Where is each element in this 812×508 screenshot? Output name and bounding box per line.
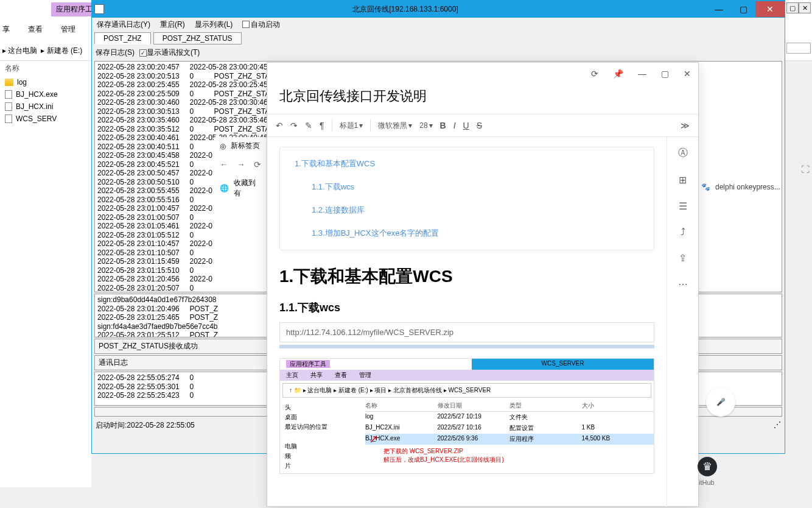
delphi-search-suggestion[interactable]: 🐾 delphi onkeypress... xyxy=(701,183,780,191)
reload-icon[interactable]: ⟳ xyxy=(254,160,261,169)
bg-address-right[interactable] xyxy=(786,43,811,54)
toc-item[interactable]: 1.下载和基本配置WCS xyxy=(280,152,654,175)
bg-close-button[interactable]: ✕ xyxy=(799,2,811,13)
explorer-tab[interactable]: 应用程序工 xyxy=(51,2,97,16)
heading-select[interactable]: 标题1 ▾ xyxy=(340,121,363,131)
separator xyxy=(332,119,332,132)
redo-icon[interactable]: ↷ xyxy=(290,121,298,130)
col-date: 修改日期 xyxy=(438,401,510,410)
forward-icon[interactable]: → xyxy=(237,160,245,169)
list-item[interactable]: BJ_HCX.ini xyxy=(0,101,91,113)
embed-header-row: 名称 修改日期 类型 大小 xyxy=(365,400,654,412)
breadcrumb[interactable]: ▸ 这台电脑 ▸ 新建卷 (E:) xyxy=(2,46,82,56)
toc-item[interactable]: 1.1.下载wcs xyxy=(280,175,654,199)
toolbar-manage[interactable]: 管理 xyxy=(61,24,75,35)
new-tab-item[interactable]: ◎新标签页 xyxy=(214,137,267,155)
save-log-button[interactable]: 保存日志(S) xyxy=(96,48,135,58)
voice-search-button[interactable]: 🎤 xyxy=(706,387,735,417)
zip-icon xyxy=(5,115,12,123)
toc-item[interactable]: 1.3.增加BJ_HCX这个exe名字的配置 xyxy=(280,222,654,245)
list-item[interactable]: BJ_HCX.exe xyxy=(0,88,91,101)
heading-1: 1.下载和基本配置WCS xyxy=(279,265,654,288)
bookmark-item[interactable]: 🌐收藏到有 xyxy=(214,174,267,202)
column-name[interactable]: 名称 xyxy=(0,61,91,76)
back-icon[interactable]: ← xyxy=(220,160,228,169)
add-block-icon[interactable]: ⊞ xyxy=(679,174,687,186)
resize-grip-icon[interactable]: ⋰ xyxy=(774,420,781,431)
col-type: 类型 xyxy=(509,401,582,410)
doc-content[interactable]: 1.下载和基本配置WCS 1.1.下载wcs 1.2.连接数据库 1.3.增加B… xyxy=(267,137,667,507)
chevron-down-icon: ▾ xyxy=(408,121,412,130)
menu-show-list[interactable]: 显示列表(L) xyxy=(195,19,233,30)
embed-file-list: 名称 修改日期 类型 大小 log2022/5/27 10:19文件夹BJ_HC… xyxy=(365,400,654,473)
annotation: ↗ 把下载的 WCS_SERVER.ZIP 解压后，改成BJ_HCX.EXE(北… xyxy=(365,445,654,467)
doc-window: ⟳ 📌 — ▢ ✕ 北京回传线接口开发说明 ↶ ↷ ✎ ¶ 标题1 ▾ 微软雅黑… xyxy=(267,62,699,507)
log-options: 保存日志(S) ✓显示通讯报文(T) xyxy=(92,46,785,60)
col-name: 名称 xyxy=(365,401,438,410)
pin-icon[interactable]: 📌 xyxy=(613,69,623,79)
list-item[interactable]: log xyxy=(0,76,91,88)
tab-post-zhz-status[interactable]: POST_ZHZ_STATUS xyxy=(153,32,242,44)
chrome-icon: ◎ xyxy=(220,142,226,150)
embed-file-row: log2022/5/27 10:19文件夹 xyxy=(365,412,654,423)
font-panel-icon[interactable]: Ⓐ xyxy=(678,147,688,160)
embed-nav-item: 最近访问的位置 xyxy=(285,422,360,432)
maximize-button[interactable]: ▢ xyxy=(731,1,755,17)
doc-close-button[interactable]: ✕ xyxy=(684,69,691,79)
undo-icon[interactable]: ↶ xyxy=(276,121,283,130)
embed-tb-item: 管理 xyxy=(359,371,371,379)
toc-item[interactable]: 1.2.连接数据库 xyxy=(280,199,654,222)
menubar: 保存通讯日志(Y) 重启(R) 显示列表(L) 自动启动 xyxy=(92,18,785,31)
font-select[interactable]: 微软雅黑 ▾ xyxy=(378,121,412,131)
bg-maximize-button[interactable]: ▢ xyxy=(786,2,799,13)
more-icon[interactable]: ≫ xyxy=(681,121,690,130)
format-icon[interactable]: ¶ xyxy=(320,121,324,130)
chevron-down-icon: ▾ xyxy=(429,121,433,130)
brush-icon[interactable]: ✎ xyxy=(305,121,312,130)
doc-sidebar: Ⓐ ⊞ ☰ ⤴ ⇪ ⋯ xyxy=(667,137,698,507)
auto-start-checkbox[interactable] xyxy=(242,21,250,28)
toolbar-share[interactable]: 享 xyxy=(2,24,10,35)
export-icon[interactable]: ⇪ xyxy=(679,252,687,264)
minimize-button[interactable]: — xyxy=(707,1,731,17)
github-shortcut[interactable]: ♛ xyxy=(698,457,717,476)
doc-minimize-button[interactable]: — xyxy=(638,69,646,79)
embed-tb-item: 主页 xyxy=(286,371,298,379)
explorer-toolbar: 享 查看 管理 xyxy=(0,24,91,35)
breadcrumb-drive[interactable]: ▸ 新建卷 (E:) xyxy=(41,46,82,56)
embed-nav-item xyxy=(285,432,360,442)
embedded-screenshot: 应用程序工具WCS_SERVER 主页 共享 查看 管理 ↑ 📁 ▸ 这台电脑 … xyxy=(279,358,654,474)
underline-button[interactable]: U xyxy=(463,121,469,130)
suggestion-text: delphi onkeypress... xyxy=(715,183,780,191)
embed-tb-item: 共享 xyxy=(310,371,323,379)
embed-toolbar: 主页 共享 查看 管理 xyxy=(280,370,654,381)
menu-save-log[interactable]: 保存通讯日志(Y) xyxy=(97,19,150,30)
separator xyxy=(370,119,371,132)
embed-nav-item: 桌面 xyxy=(285,412,360,422)
toolbar-view[interactable]: 查看 xyxy=(28,24,43,35)
refresh-icon[interactable]: ⟳ xyxy=(591,69,598,79)
more-icon[interactable]: ⋯ xyxy=(678,278,688,290)
exe-icon xyxy=(5,90,12,99)
embed-nav-item: 频 xyxy=(285,451,360,461)
strike-button[interactable]: S xyxy=(477,121,482,130)
ini-icon xyxy=(5,102,12,111)
heading-2: 1.1.下载wcs xyxy=(279,300,654,315)
close-button[interactable]: ✕ xyxy=(755,1,785,17)
breadcrumb-pc[interactable]: ▸ 这台电脑 xyxy=(2,46,37,56)
tab-post-zhz[interactable]: POST_ZHZ xyxy=(94,32,151,44)
url-box[interactable]: http://112.74.106.112/myfile/WCS_SERVER.… xyxy=(279,322,654,342)
window-title: 北京回传线[192.168.133.1:6000] xyxy=(104,4,707,15)
font-size-select[interactable]: 28 ▾ xyxy=(419,121,432,130)
list-item[interactable]: WCS_SERV xyxy=(0,113,91,125)
outline-icon[interactable]: ☰ xyxy=(679,200,687,212)
doc-toolbar: ↶ ↷ ✎ ¶ 标题1 ▾ 微软雅黑 ▾ 28 ▾ B I U S ≫ xyxy=(267,114,698,137)
menu-restart[interactable]: 重启(R) xyxy=(160,19,185,30)
expand-icon[interactable]: ⛶ xyxy=(801,164,810,174)
show-msg-label: 显示通讯报文(T) xyxy=(147,48,200,57)
show-msg-checkbox[interactable]: ✓ xyxy=(139,49,147,57)
italic-button[interactable]: I xyxy=(453,121,456,130)
bold-button[interactable]: B xyxy=(440,121,446,130)
share-icon[interactable]: ⤴ xyxy=(681,227,685,238)
doc-maximize-button[interactable]: ▢ xyxy=(661,69,669,79)
